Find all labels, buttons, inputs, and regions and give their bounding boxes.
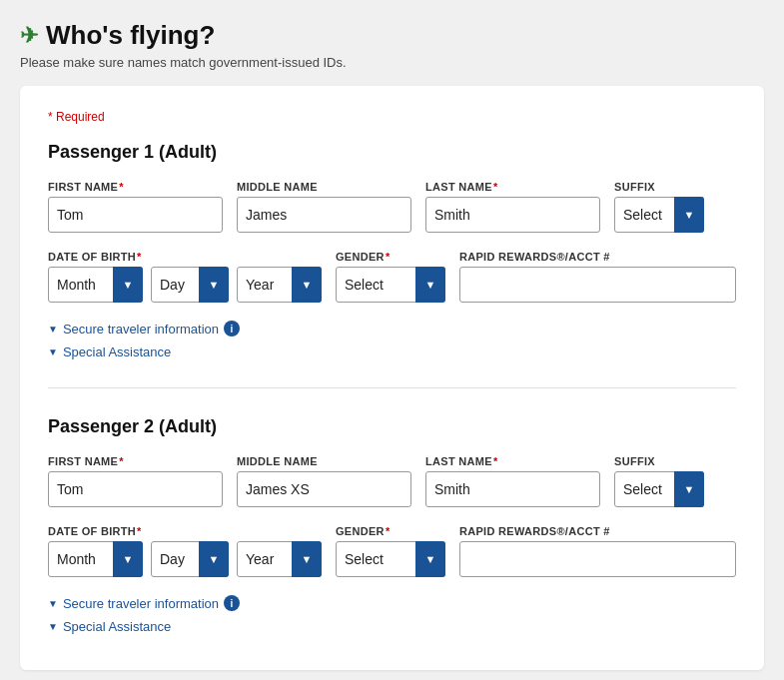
passenger-1-name-row: FIRST NAME* MIDDLE NAME LAST NAME* SUFFI… bbox=[48, 181, 736, 233]
passenger-1-last-name-input[interactable] bbox=[425, 197, 600, 233]
passenger-2-dob-year-select[interactable]: Year 2005200019951990 bbox=[237, 541, 322, 577]
passenger-1-dob-month-wrapper: Month JanuaryFebruaryMarch AprilMayJune … bbox=[48, 267, 143, 303]
passenger-2-last-name-input[interactable] bbox=[425, 471, 600, 507]
passenger-2-secure-traveler-chevron: ▼ bbox=[48, 598, 58, 609]
passenger-1-last-name-group: LAST NAME* bbox=[425, 181, 600, 233]
passenger-1-suffix-select[interactable]: Select Jr Sr II III bbox=[614, 197, 704, 233]
passenger-2-info-icon[interactable]: i bbox=[224, 595, 240, 611]
plane-icon: ✈ bbox=[20, 23, 38, 49]
passenger-2-first-name-label: FIRST NAME* bbox=[48, 455, 223, 467]
required-note: * Required bbox=[48, 110, 736, 124]
passenger-2-middle-name-group: MIDDLE NAME bbox=[237, 455, 411, 507]
passenger-1-dob-row: DATE OF BIRTH* Month JanuaryFebruaryMarc… bbox=[48, 251, 736, 303]
passenger-1-middle-name-group: MIDDLE NAME bbox=[237, 181, 411, 233]
passenger-1-dob-day-wrapper: Day 12345 678910 1112131415 ▼ bbox=[151, 267, 229, 303]
passenger-2-section: Passenger 2 (Adult) FIRST NAME* MIDDLE N… bbox=[48, 387, 736, 634]
passenger-1-title: Passenger 1 (Adult) bbox=[48, 142, 736, 163]
passenger-2-dob-day-wrapper: Day 12345 ▼ bbox=[151, 541, 229, 577]
passenger-1-gender-group: GENDER* Select Male Female Undisclosed ▼ bbox=[336, 251, 445, 303]
passenger-1-secure-traveler-chevron: ▼ bbox=[48, 324, 58, 335]
passenger-1-dob-year-select[interactable]: Year 2005200019951990 1985198019751970 bbox=[237, 267, 322, 303]
passenger-2-secure-traveler-link[interactable]: ▼ Secure traveler information i bbox=[48, 595, 736, 611]
passenger-2-rapid-rewards-input[interactable] bbox=[459, 541, 736, 577]
passenger-2-rapid-rewards-label: RAPID REWARDS®/ACCT # bbox=[459, 525, 736, 537]
passenger-1-dob-group: DATE OF BIRTH* Month JanuaryFebruaryMarc… bbox=[48, 251, 322, 303]
passenger-2-first-name-group: FIRST NAME* bbox=[48, 455, 223, 507]
passenger-2-gender-group: GENDER* Select Male Female Undisclosed ▼ bbox=[336, 525, 445, 577]
passenger-1-suffix-wrapper: Select Jr Sr II III ▼ bbox=[614, 197, 704, 233]
passenger-2-title: Passenger 2 (Adult) bbox=[48, 416, 736, 437]
passenger-1-rapid-rewards-group: RAPID REWARDS®/ACCT # bbox=[459, 251, 736, 303]
passenger-2-last-name-label: LAST NAME* bbox=[425, 455, 600, 467]
passenger-1-middle-name-input[interactable] bbox=[237, 197, 411, 233]
passenger-2-dob-day-select[interactable]: Day 12345 bbox=[151, 541, 229, 577]
passenger-1-secure-traveler-label: Secure traveler information bbox=[63, 322, 219, 337]
passenger-1-first-name-group: FIRST NAME* bbox=[48, 181, 223, 233]
passenger-2-gender-select[interactable]: Select Male Female Undisclosed bbox=[336, 541, 445, 577]
passenger-2-suffix-label: SUFFIX bbox=[614, 455, 704, 467]
passenger-2-first-name-input[interactable] bbox=[48, 471, 223, 507]
passenger-1-expand-links: ▼ Secure traveler information i ▼ Specia… bbox=[48, 321, 736, 359]
passenger-2-name-row: FIRST NAME* MIDDLE NAME LAST NAME* SUFFI… bbox=[48, 455, 736, 507]
passenger-1-middle-name-label: MIDDLE NAME bbox=[237, 181, 411, 193]
passenger-1-dob-day-select[interactable]: Day 12345 678910 1112131415 bbox=[151, 267, 229, 303]
passenger-2-dob-month-select[interactable]: Month JanuaryFebruaryMarch AprilMayJune … bbox=[48, 541, 143, 577]
passenger-1-special-assistance-label: Special Assistance bbox=[63, 344, 171, 359]
passenger-2-rapid-rewards-group: RAPID REWARDS®/ACCT # bbox=[459, 525, 736, 577]
passenger-2-gender-label: GENDER* bbox=[336, 525, 445, 537]
passenger-1-gender-wrapper: Select Male Female Undisclosed ▼ bbox=[336, 267, 445, 303]
passenger-1-gender-label: GENDER* bbox=[336, 251, 445, 263]
passenger-1-dob-selects: Month JanuaryFebruaryMarch AprilMayJune … bbox=[48, 267, 322, 303]
page-subtitle: Please make sure names match government-… bbox=[20, 55, 764, 70]
passenger-1-first-name-input[interactable] bbox=[48, 197, 223, 233]
passenger-1-suffix-group: SUFFIX Select Jr Sr II III ▼ bbox=[614, 181, 704, 233]
passenger-2-suffix-select[interactable]: Select Jr Sr II III bbox=[614, 471, 704, 507]
form-card: * Required Passenger 1 (Adult) FIRST NAM… bbox=[20, 86, 764, 670]
passenger-1-suffix-label: SUFFIX bbox=[614, 181, 704, 193]
passenger-1-special-assistance-link[interactable]: ▼ Special Assistance bbox=[48, 344, 736, 359]
passenger-1-gender-select[interactable]: Select Male Female Undisclosed bbox=[336, 267, 445, 303]
passenger-1-section: Passenger 1 (Adult) FIRST NAME* MIDDLE N… bbox=[48, 142, 736, 359]
passenger-1-dob-year-wrapper: Year 2005200019951990 1985198019751970 ▼ bbox=[237, 267, 322, 303]
passenger-2-expand-links: ▼ Secure traveler information i ▼ Specia… bbox=[48, 595, 736, 634]
passenger-1-dob-label: DATE OF BIRTH* bbox=[48, 251, 322, 263]
passenger-2-dob-group: DATE OF BIRTH* Month JanuaryFebruaryMarc… bbox=[48, 525, 322, 577]
passenger-2-dob-label: DATE OF BIRTH* bbox=[48, 525, 322, 537]
passenger-2-dob-month-wrapper: Month JanuaryFebruaryMarch AprilMayJune … bbox=[48, 541, 143, 577]
passenger-2-dob-year-wrapper: Year 2005200019951990 ▼ bbox=[237, 541, 322, 577]
passenger-1-dob-month-select[interactable]: Month JanuaryFebruaryMarch AprilMayJune … bbox=[48, 267, 143, 303]
passenger-2-dob-row: DATE OF BIRTH* Month JanuaryFebruaryMarc… bbox=[48, 525, 736, 577]
passenger-2-gender-wrapper: Select Male Female Undisclosed ▼ bbox=[336, 541, 445, 577]
page-header: ✈ Who's flying? Please make sure names m… bbox=[20, 20, 764, 70]
passenger-1-secure-traveler-link[interactable]: ▼ Secure traveler information i bbox=[48, 321, 736, 337]
passenger-2-dob-selects: Month JanuaryFebruaryMarch AprilMayJune … bbox=[48, 541, 322, 577]
passenger-2-suffix-wrapper: Select Jr Sr II III ▼ bbox=[614, 471, 704, 507]
passenger-2-suffix-group: SUFFIX Select Jr Sr II III ▼ bbox=[614, 455, 704, 507]
passenger-2-special-assistance-link[interactable]: ▼ Special Assistance bbox=[48, 619, 736, 634]
passenger-1-last-name-label: LAST NAME* bbox=[425, 181, 600, 193]
passenger-1-rapid-rewards-label: RAPID REWARDS®/ACCT # bbox=[459, 251, 736, 263]
passenger-1-special-assistance-chevron: ▼ bbox=[48, 346, 58, 357]
passenger-2-secure-traveler-label: Secure traveler information bbox=[63, 596, 219, 611]
passenger-1-rapid-rewards-input[interactable] bbox=[459, 267, 736, 303]
passenger-1-info-icon[interactable]: i bbox=[224, 321, 240, 337]
passenger-1-first-name-label: FIRST NAME* bbox=[48, 181, 223, 193]
passenger-2-middle-name-input[interactable] bbox=[237, 471, 411, 507]
passenger-2-last-name-group: LAST NAME* bbox=[425, 455, 600, 507]
passenger-2-special-assistance-label: Special Assistance bbox=[63, 619, 171, 634]
passenger-2-special-assistance-chevron: ▼ bbox=[48, 621, 58, 632]
passenger-2-middle-name-label: MIDDLE NAME bbox=[237, 455, 411, 467]
page-title: ✈ Who's flying? bbox=[20, 20, 764, 51]
